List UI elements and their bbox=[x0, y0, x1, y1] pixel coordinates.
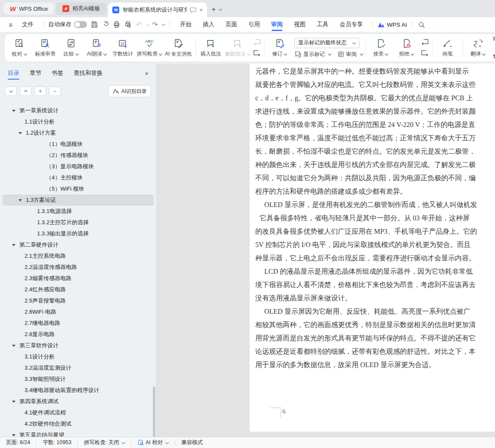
expand-arrow-icon[interactable] bbox=[12, 345, 15, 347]
toc-item[interactable]: 第三章软件设计 bbox=[3, 340, 154, 351]
toc-item[interactable]: 1.3.1电源选择 bbox=[3, 206, 154, 217]
expand-arrow-icon[interactable] bbox=[19, 199, 22, 201]
new-tab-button[interactable]: + bbox=[211, 5, 216, 14]
toc-item[interactable]: （1）电源模块 bbox=[3, 139, 154, 150]
menu-insert[interactable]: 插入 bbox=[197, 17, 220, 32]
menu-review[interactable]: 审阅 bbox=[266, 17, 288, 32]
spellcheck-status[interactable]: 拼写检查: 关闭 bbox=[82, 439, 127, 446]
hamburger-icon[interactable]: ≡ bbox=[5, 19, 16, 30]
doc-line[interactable]: LCD 的液晶显示是用液态晶体所组成的显示器件，因为它功耗非常低 bbox=[255, 265, 495, 278]
translate-button[interactable]: 文A 翻译 bbox=[465, 35, 491, 60]
toc-item[interactable]: 2.2温湿度传感器电路 bbox=[3, 262, 154, 273]
redo-icon[interactable]: ↷ bbox=[149, 19, 161, 30]
sidebar-tab-find-replace[interactable]: 查找和替换 bbox=[74, 64, 103, 83]
doc-line[interactable]: 论远观还是近看都特别的细腻，还带有彩色观感的舒适性。对比之下，本 bbox=[255, 345, 495, 358]
expand-arrow-icon[interactable] bbox=[12, 401, 15, 403]
doc-line[interactable]: 种的颜色出来，关于连线是用引线的方式全部在内层完成。了解发光二极 bbox=[255, 158, 495, 171]
sidebar-tab-toc[interactable]: 目录 bbox=[8, 64, 19, 83]
track-changes-button[interactable]: 修订 bbox=[267, 35, 293, 60]
ai-read-aloud-button[interactable]: AI朗读 bbox=[84, 35, 110, 60]
doc-line[interactable]: 的改良具备很多优势被人们广泛应用在 MP3、手机等电子产品身上。它的 bbox=[255, 225, 495, 238]
doc-line[interactable]: 境下很容易让人看不清楚，价格相比下来也较为昂贵，考虑到不应该再去 bbox=[255, 278, 495, 291]
toc-item[interactable]: 4.1硬件调试流程 bbox=[3, 407, 154, 418]
next-change-icon[interactable] bbox=[421, 49, 429, 58]
toc-item[interactable]: 2.8显示电路 bbox=[3, 329, 154, 340]
expand-arrow-icon[interactable] bbox=[12, 110, 15, 112]
toc-item[interactable]: 2.1主控系统电路 bbox=[3, 250, 154, 262]
zoom-in-button[interactable]: + bbox=[34, 87, 46, 96]
toc-item[interactable]: 2.6WiFi 电路 bbox=[3, 306, 154, 318]
toc-item[interactable]: 3.1设计分析 bbox=[3, 351, 154, 362]
save-icon[interactable] bbox=[89, 19, 100, 30]
chat-icon[interactable] bbox=[190, 7, 196, 13]
toc-item[interactable]: 2.4红外感应电路 bbox=[3, 284, 154, 295]
menu-reference[interactable]: 引用 bbox=[243, 17, 266, 32]
tab-list-chevron-icon[interactable] bbox=[219, 7, 222, 11]
tab-current-document[interactable]: W 智能衣柜系统的设计与研究 × bbox=[108, 3, 207, 17]
show-markup-button[interactable]: 显示标记 bbox=[294, 51, 331, 58]
print-preview-icon[interactable] bbox=[122, 19, 133, 30]
toc-item[interactable]: 3.2温湿度监测设计 bbox=[3, 362, 154, 374]
export-icon[interactable] bbox=[100, 19, 111, 30]
document-page[interactable]: 元器件，它是显示屏其中的一种。想要使数码管发亮能够从中看到显示就要把各个管脚输入… bbox=[250, 64, 495, 432]
word-count-indicator[interactable]: 字数: 10953 bbox=[41, 439, 73, 446]
toc-item[interactable]: 第一章系统设计 bbox=[3, 105, 154, 116]
doc-line[interactable]: 程序的方法和硬件电路的搭建或多或少都有差异。 bbox=[255, 185, 495, 198]
insert-comment-button[interactable]: 插入批注 bbox=[198, 35, 224, 60]
reject-change-button[interactable]: 拒绝 bbox=[394, 35, 420, 60]
toc-item[interactable]: 3.4继电器驱动装置的程序设计 bbox=[3, 385, 154, 396]
tab-docer-template[interactable]: 稻壳AI模板 bbox=[56, 3, 106, 15]
sidebar-tab-bookmarks[interactable]: 书签 bbox=[52, 64, 63, 83]
reviewers-button[interactable]: 审阅 bbox=[337, 51, 363, 58]
wps-ai-button[interactable]: WPS AI bbox=[377, 22, 407, 28]
doc-line[interactable]: 就要把各个管脚输入对应的电流。它又叫七段数码管，用英文来表示这些 bbox=[255, 78, 495, 91]
tab-wps-office[interactable]: W WPS Office bbox=[3, 3, 54, 15]
doc-line[interactable]: 求进行连线，来设置成为能够播放任意效果的显示器件。它的外壳封装颜 bbox=[255, 105, 495, 118]
toc-item[interactable]: 4.2软硬件结合测试 bbox=[3, 418, 154, 429]
print-icon[interactable] bbox=[111, 19, 122, 30]
doc-line[interactable]: 它具备很多特性，省电与轻薄只是其中一部分。从 03 年开始，这种屏 bbox=[255, 211, 495, 225]
history-chevron-icon[interactable] bbox=[162, 22, 165, 26]
previous-change-icon[interactable] bbox=[421, 38, 429, 46]
toc-item[interactable]: （4）主控模块 bbox=[3, 172, 154, 183]
expand-arrow-icon[interactable] bbox=[19, 132, 22, 134]
menu-home[interactable]: 开始 bbox=[174, 17, 197, 32]
doc-line[interactable]: 相较其他两种，它的画面感更优秀，特别是显示数据相关的信息时更加清 bbox=[255, 318, 495, 331]
menu-page[interactable]: 页面 bbox=[220, 17, 243, 32]
doc-line[interactable]: 没有选用液晶显示屏来做设计。 bbox=[255, 291, 495, 305]
close-sidebar-icon[interactable]: × bbox=[145, 70, 148, 77]
menu-member[interactable]: 会员专享 bbox=[334, 17, 368, 32]
toc-item[interactable]: 1.3.3输出显示的选择 bbox=[3, 228, 154, 239]
toc-item[interactable]: （3）显示电路模块 bbox=[3, 161, 154, 172]
ai-recognize-toc-button[interactable]: AI识别目录 bbox=[108, 85, 151, 97]
doc-line[interactable]: 不同，可以知道它分为两种：共阴以及共阳，因为电源正负极的不同，编 bbox=[255, 171, 495, 185]
toc-item[interactable]: 3.3智能照明设计 bbox=[3, 374, 154, 385]
to-traditional-button[interactable]: 简→ 转繁 bbox=[493, 32, 495, 46]
close-tab-icon[interactable]: × bbox=[199, 6, 203, 13]
word-count-button[interactable]: 12 字数统计 bbox=[110, 35, 136, 60]
ai-proofread-status[interactable]: AI 校对 bbox=[136, 439, 170, 446]
doc-line[interactable]: 用背光源而是自发光的形式具有更节能与环保的特点。不得不提的还有它 bbox=[255, 331, 495, 345]
proofread-button[interactable]: 校对 bbox=[6, 35, 32, 60]
to-simplified-button[interactable]: 繁→ 转简 bbox=[493, 49, 495, 64]
toc-item[interactable]: 第四章系统调试 bbox=[3, 396, 154, 407]
doc-line[interactable]: 用于显示的多为数据信息，故采用 OLED 显示屏更为合适。 bbox=[255, 358, 495, 371]
collapse-all-button[interactable] bbox=[20, 87, 31, 96]
menu-file[interactable]: 文件 bbox=[16, 17, 39, 32]
doc-line[interactable]: c，d，e，f，g。它的电极类型为共阴极。它最大的优点是能够在 PCB 上 bbox=[255, 91, 495, 105]
toc-item[interactable]: 1.3方案论证 bbox=[3, 195, 154, 206]
toc-item[interactable]: 2.7继电器电路 bbox=[3, 318, 154, 329]
expand-arrow-icon[interactable] bbox=[12, 244, 15, 246]
markup-state-dropdown[interactable]: 显示标记的最终状态 bbox=[294, 38, 360, 48]
toc-item[interactable]: 2.3烟雾传感器电路 bbox=[3, 273, 154, 284]
toc-item[interactable]: 1.3.2主控芯片的选择 bbox=[3, 217, 154, 228]
toc-item[interactable]: 2.5声音报警电路 bbox=[3, 295, 154, 306]
doc-line[interactable]: OLED 显示屏因为它耐用、反应快、耗能低、高亮度一系列优点被广 bbox=[255, 305, 495, 318]
page-indicator[interactable]: 页面: 6/24 bbox=[4, 439, 32, 446]
doc-line[interactable]: 元器件，它是显示屏其中的一种。想要使数码管发亮能够从中看到显示 bbox=[255, 65, 495, 78]
toc-item[interactable]: 第五章总结与展望 bbox=[3, 429, 154, 437]
toc-item[interactable]: （2）传感器模块 bbox=[3, 150, 154, 161]
spell-check-button[interactable]: ABC 拼写检查 bbox=[136, 35, 164, 60]
doc-line[interactable]: 环境要求非常严格，温度不能过低也不能过高；正常情况下寿命大于五万 bbox=[255, 131, 495, 145]
doc-line[interactable]: 色；防护的等级非常高；工作电压的范围是 24 V-220 V；工作的电源是直 bbox=[255, 118, 495, 131]
